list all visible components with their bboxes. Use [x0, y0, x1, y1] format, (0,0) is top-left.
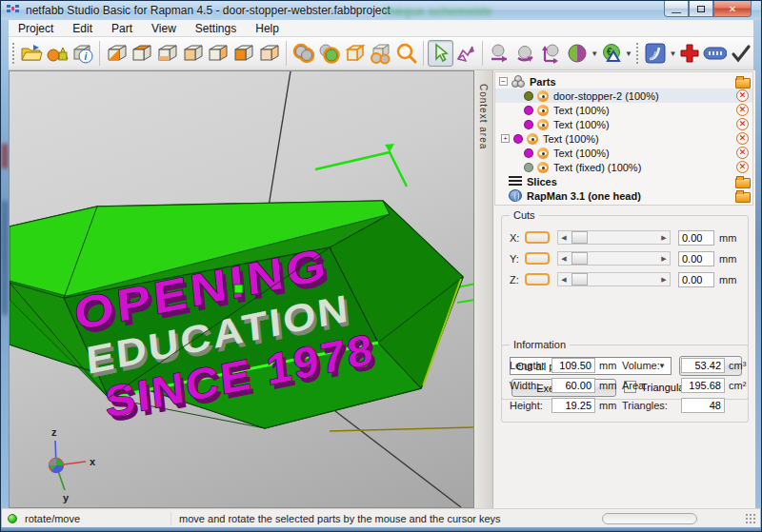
visibility-eye-icon[interactable]: [527, 133, 538, 145]
collapse-icon[interactable]: −: [499, 77, 508, 86]
tree-row-printer[interactable]: RapMan 3.1 (one head): [495, 188, 752, 203]
slider-left-arrow-icon[interactable]: ◀: [558, 231, 570, 244]
zoom-icon[interactable]: [393, 40, 419, 67]
tree-row-part[interactable]: door-stopper-2 (100%) ✕: [495, 89, 752, 103]
app-window: netfabb Studio Basic for Rapman 4.5 - do…: [0, 0, 762, 532]
delete-part-icon[interactable]: ✕: [736, 118, 749, 130]
slider-left-arrow-icon[interactable]: ◀: [558, 273, 570, 286]
open-folder-icon[interactable]: [735, 176, 750, 187]
scale-part-icon[interactable]: [538, 40, 564, 67]
slider-left-arrow-icon[interactable]: ◀: [558, 252, 570, 265]
slider-right-arrow-icon[interactable]: ▶: [658, 273, 670, 286]
slider-thumb[interactable]: [572, 231, 588, 244]
open-folder-icon[interactable]: [735, 190, 750, 202]
window-border-left: [1, 1, 9, 531]
delete-part-icon[interactable]: ✕: [736, 132, 749, 145]
view-right-icon[interactable]: [256, 40, 282, 67]
menu-view[interactable]: View: [142, 22, 186, 35]
tree-row-slices[interactable]: Slices: [495, 174, 752, 188]
minimize-button[interactable]: —: [664, 1, 689, 17]
cut-x-slider[interactable]: ◀▶: [557, 230, 671, 245]
app-icon: [7, 5, 20, 16]
delete-part-icon[interactable]: ✕: [736, 147, 749, 159]
menu-edit[interactable]: Edit: [63, 22, 102, 35]
tree-row-parts[interactable]: − Parts: [495, 74, 752, 89]
group-parts-icon[interactable]: [368, 40, 393, 67]
measure-icon[interactable]: [702, 40, 728, 67]
cut-y-slider[interactable]: ◀▶: [557, 251, 671, 266]
view-left-icon[interactable]: [231, 40, 257, 67]
view-bottom-icon[interactable]: [155, 40, 181, 67]
cut-z-value-input[interactable]: [678, 272, 714, 287]
bounding-box-icon[interactable]: [342, 40, 368, 67]
expand-icon[interactable]: +: [501, 134, 510, 143]
delete-part-icon[interactable]: ✕: [736, 161, 749, 173]
cursor-select-icon[interactable]: [428, 40, 453, 67]
view-iso-icon[interactable]: [104, 40, 130, 67]
move-part-icon[interactable]: [487, 40, 512, 67]
toolbar-grip[interactable]: [635, 42, 640, 65]
tree-row-part[interactable]: Text (100%) ✕: [495, 146, 752, 160]
cut-y-button[interactable]: [525, 252, 550, 265]
menu-part[interactable]: Part: [102, 22, 142, 35]
cut-z-button[interactable]: [525, 273, 550, 286]
visibility-eye-icon[interactable]: [537, 90, 549, 102]
delete-part-icon[interactable]: ✕: [736, 89, 749, 102]
view-top-icon[interactable]: [130, 40, 155, 67]
cut-x-value-input[interactable]: [678, 230, 714, 246]
titlebar[interactable]: netfabb Studio Basic for Rapman 4.5 - do…: [1, 1, 761, 20]
width-value: [551, 378, 595, 393]
menu-help[interactable]: Help: [246, 22, 289, 35]
tree-row-part[interactable]: Text (100%) ✕: [495, 103, 752, 117]
axes-gizmo: z x y: [50, 426, 97, 503]
add-primitive-icon[interactable]: [45, 40, 70, 67]
open-project-icon[interactable]: [19, 40, 45, 67]
background-window-ghost-text: thèque schemelde: [384, 4, 491, 18]
platform-icon[interactable]: [643, 40, 669, 67]
volume-value: [681, 358, 725, 373]
slider-right-arrow-icon[interactable]: ▶: [658, 231, 670, 244]
view-front-icon[interactable]: [180, 40, 206, 67]
tree-row-part[interactable]: Text (fixed) (100%) ✕: [495, 160, 752, 174]
visibility-eye-icon[interactable]: [537, 105, 549, 116]
rotate-part-icon[interactable]: [512, 40, 538, 67]
render-mode-caret-icon[interactable]: ▼: [591, 49, 598, 58]
information-title: Information: [510, 339, 570, 350]
printer-globe-icon: [509, 189, 522, 202]
viewport-canvas[interactable]: EDUCATION EDUCATION OPENING OPENING SINC…: [9, 70, 474, 508]
free-select-icon[interactable]: [453, 40, 479, 67]
cut-y-value-input[interactable]: [678, 251, 714, 266]
context-area-tab[interactable]: Context area: [474, 70, 493, 508]
open-folder-icon[interactable]: [735, 76, 750, 88]
slider-right-arrow-icon[interactable]: ▶: [658, 252, 670, 265]
toolbar-grip[interactable]: [11, 42, 16, 65]
visibility-eye-icon[interactable]: [537, 148, 549, 159]
maximize-button[interactable]: [689, 1, 713, 17]
add-part-icon[interactable]: [677, 40, 703, 67]
slider-thumb[interactable]: [572, 273, 588, 286]
apply-icon[interactable]: [728, 40, 753, 67]
repair-caret-icon[interactable]: ▼: [625, 49, 632, 58]
part-info-icon[interactable]: i: [70, 40, 95, 67]
menu-settings[interactable]: Settings: [186, 22, 246, 35]
selection-handle[interactable]: [234, 285, 243, 293]
close-button[interactable]: ✕: [713, 1, 752, 17]
cut-z-slider[interactable]: ◀▶: [557, 272, 671, 286]
tree-row-part[interactable]: + Text (100%) ✕: [495, 131, 752, 146]
select-part-icon[interactable]: [316, 40, 342, 67]
platform-caret-icon[interactable]: ▼: [670, 49, 677, 58]
resize-grip[interactable]: [745, 513, 756, 524]
cut-axis-row-x: X: ◀▶ mm: [510, 229, 740, 246]
visibility-eye-icon[interactable]: [537, 162, 549, 173]
context-area-label: Context area: [478, 78, 489, 149]
render-mode-icon[interactable]: [564, 40, 590, 67]
select-parts-icon[interactable]: [291, 40, 316, 67]
view-back-icon[interactable]: [206, 40, 231, 67]
delete-part-icon[interactable]: ✕: [736, 104, 749, 116]
tree-row-part[interactable]: Text (100%) ✕: [495, 117, 752, 131]
repair-part-icon[interactable]: €: [598, 40, 624, 67]
cut-x-button[interactable]: [525, 231, 550, 244]
visibility-eye-icon[interactable]: [537, 119, 549, 130]
menu-project[interactable]: Project: [9, 22, 63, 35]
slider-thumb[interactable]: [572, 252, 588, 265]
